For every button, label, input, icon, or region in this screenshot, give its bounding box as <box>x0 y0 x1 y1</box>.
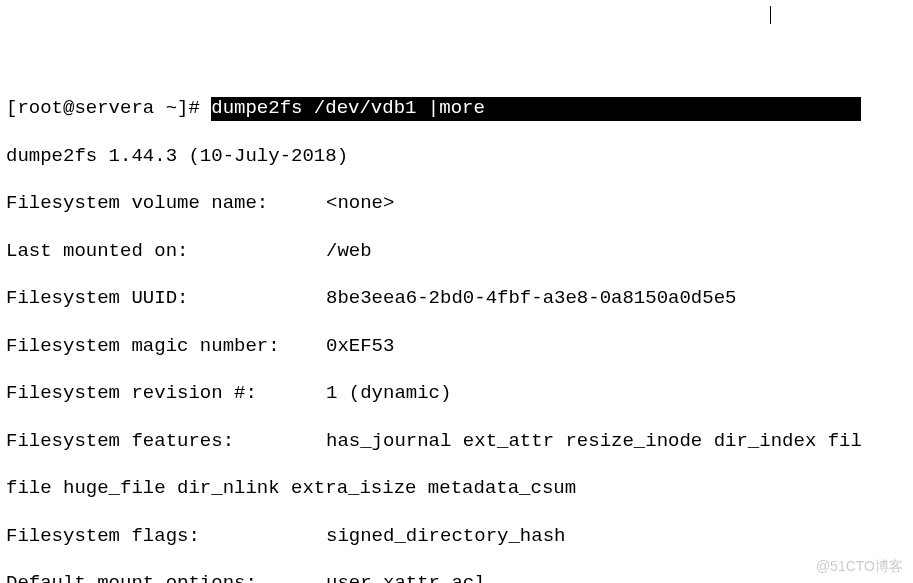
features-continuation: file huge_file dir_nlink extra_isize met… <box>6 477 907 501</box>
output-row: Filesystem features:has_journal ext_attr… <box>6 430 907 454</box>
field-value: /web <box>326 240 372 264</box>
command-text: dumpe2fs /dev/vdb1 |more <box>211 97 485 121</box>
prompt-line: [root@servera ~]# dumpe2fs /dev/vdb1 |mo… <box>6 97 907 121</box>
field-label: Filesystem revision #: <box>6 382 326 406</box>
field-label: Filesystem volume name: <box>6 192 326 216</box>
field-label: Filesystem flags: <box>6 525 326 549</box>
output-row: Last mounted on:/web <box>6 240 907 264</box>
output-row: Filesystem revision #:1 (dynamic) <box>6 382 907 406</box>
field-value: <none> <box>326 192 394 216</box>
output-row: Filesystem UUID:8be3eea6-2bd0-4fbf-a3e8-… <box>6 287 907 311</box>
output-row: Filesystem flags:signed_directory_hash <box>6 525 907 549</box>
field-label: Filesystem UUID: <box>6 287 326 311</box>
field-label: Last mounted on: <box>6 240 326 264</box>
field-value: 1 (dynamic) <box>326 382 451 406</box>
output-row: Filesystem volume name:<none> <box>6 192 907 216</box>
field-label: Default mount options: <box>6 572 326 583</box>
field-value: user_xattr acl <box>326 572 486 583</box>
field-label: Filesystem features: <box>6 430 326 454</box>
output-row: Default mount options:user_xattr acl <box>6 572 907 583</box>
watermark: @51CTO博客 <box>816 558 903 576</box>
output-row: Filesystem magic number:0xEF53 <box>6 335 907 359</box>
version-line: dumpe2fs 1.44.3 (10-July-2018) <box>6 145 907 169</box>
field-value: signed_directory_hash <box>326 525 565 549</box>
prompt-prefix: [root@servera ~]# <box>6 97 211 119</box>
field-value: 0xEF53 <box>326 335 394 359</box>
text-cursor-icon <box>770 6 771 24</box>
command-padding <box>485 97 861 121</box>
field-value: has_journal ext_attr resize_inode dir_in… <box>326 430 862 454</box>
field-label: Filesystem magic number: <box>6 335 326 359</box>
field-value: 8be3eea6-2bd0-4fbf-a3e8-0a8150a0d5e5 <box>326 287 736 311</box>
